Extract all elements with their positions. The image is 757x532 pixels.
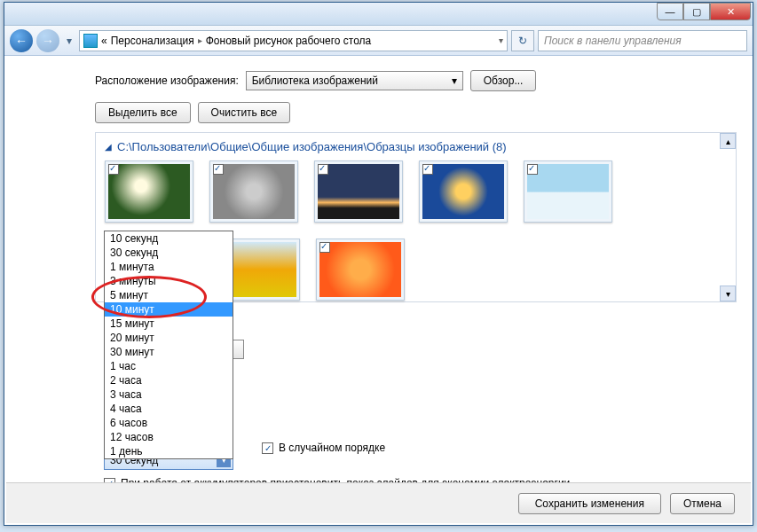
search-input[interactable]: Поиск в панели управления <box>538 30 747 51</box>
address-dropdown-icon[interactable]: ▾ <box>499 35 503 45</box>
interval-option[interactable]: 10 секунд <box>105 231 233 246</box>
thumbnail-checkbox[interactable] <box>319 242 330 253</box>
thumbnail-checkbox[interactable] <box>213 164 224 175</box>
thumbnail-checkbox[interactable] <box>318 164 328 175</box>
thumbnail-checkbox[interactable] <box>108 164 119 175</box>
interval-option[interactable]: 12 часов <box>105 430 233 444</box>
thumbnail[interactable] <box>419 160 508 223</box>
titlebar: — ▢ ✕ <box>4 3 753 26</box>
interval-option[interactable]: 30 секунд <box>105 246 233 260</box>
thumbnail-checkbox[interactable] <box>422 164 433 175</box>
folder-header[interactable]: C:\Пользователи\Общие\Общие изображения\… <box>117 140 507 153</box>
navigation-bar: ← → ▾ « Персонализация▸ Фоновый рисунок … <box>4 26 753 56</box>
interval-option[interactable]: 30 минут <box>105 345 233 359</box>
browse-button[interactable]: Обзор... <box>470 70 537 91</box>
address-bar[interactable]: « Персонализация▸ Фоновый рисунок рабоче… <box>79 30 508 51</box>
select-all-button[interactable]: Выделить все <box>95 102 191 123</box>
interval-option[interactable]: 10 минут <box>105 302 233 317</box>
interval-dropdown-list: 10 секунд30 секунд1 минута3 минуты5 мину… <box>104 231 233 459</box>
interval-option[interactable]: 1 день <box>105 444 233 458</box>
location-label: Расположение изображения: <box>95 74 239 87</box>
close-button[interactable]: ✕ <box>710 3 751 20</box>
interval-option[interactable]: 1 час <box>105 359 233 373</box>
search-placeholder: Поиск в панели управления <box>544 35 682 47</box>
thumbnail-checkbox[interactable] <box>527 164 538 175</box>
interval-option[interactable]: 20 минут <box>105 331 233 345</box>
random-label: В случайном порядке <box>279 442 385 454</box>
location-select[interactable]: Библиотека изображений ▾ <box>246 71 463 90</box>
interval-option[interactable]: 6 часов <box>105 416 233 430</box>
interval-option[interactable]: 2 часа <box>105 373 233 387</box>
chevron-right-icon[interactable]: ▸ <box>198 35 202 45</box>
thumbnail[interactable] <box>314 160 403 223</box>
interval-option[interactable]: 1 минута <box>105 260 233 274</box>
interval-option[interactable]: 3 часа <box>105 387 233 402</box>
interval-option[interactable]: 15 минут <box>105 317 233 331</box>
interval-option[interactable]: 3 минуты <box>105 274 233 288</box>
window: — ▢ ✕ ← → ▾ « Персонализация▸ Фоновый ри… <box>4 2 753 526</box>
back-button[interactable]: ← <box>10 29 33 52</box>
control-panel-icon <box>83 34 98 48</box>
chevron-down-icon: ▾ <box>452 74 457 87</box>
scroll-up-button[interactable]: ▴ <box>720 133 736 149</box>
save-button[interactable]: Сохранить изменения <box>518 493 661 514</box>
clear-all-button[interactable]: Очистить все <box>198 102 290 123</box>
collapse-icon[interactable]: ◢ <box>105 142 112 152</box>
cancel-button[interactable]: Отмена <box>670 493 735 514</box>
thumbnail[interactable] <box>209 160 298 223</box>
minimize-button[interactable]: — <box>657 3 683 20</box>
thumbnail[interactable] <box>316 239 405 301</box>
thumbnail[interactable] <box>524 160 612 223</box>
footer-bar: Сохранить изменения Отмена <box>6 482 751 523</box>
location-value: Библиотека изображений <box>252 74 378 87</box>
history-dropdown[interactable]: ▾ <box>63 35 75 47</box>
interval-option[interactable]: 4 часа <box>105 402 233 416</box>
random-checkbox[interactable]: ✓ <box>262 442 273 454</box>
forward-button: → <box>36 29 59 52</box>
maximize-button[interactable]: ▢ <box>683 3 710 20</box>
scroll-down-button[interactable]: ▾ <box>720 286 736 301</box>
refresh-button[interactable]: ↻ <box>511 30 534 51</box>
breadcrumb-seg2[interactable]: Фоновый рисунок рабочего стола <box>206 35 372 47</box>
breadcrumb-seg1[interactable]: Персонализация <box>111 35 194 47</box>
thumbnail[interactable] <box>105 160 193 223</box>
breadcrumb-prefix[interactable]: « <box>101 35 107 47</box>
interval-option[interactable]: 5 минут <box>105 288 233 302</box>
